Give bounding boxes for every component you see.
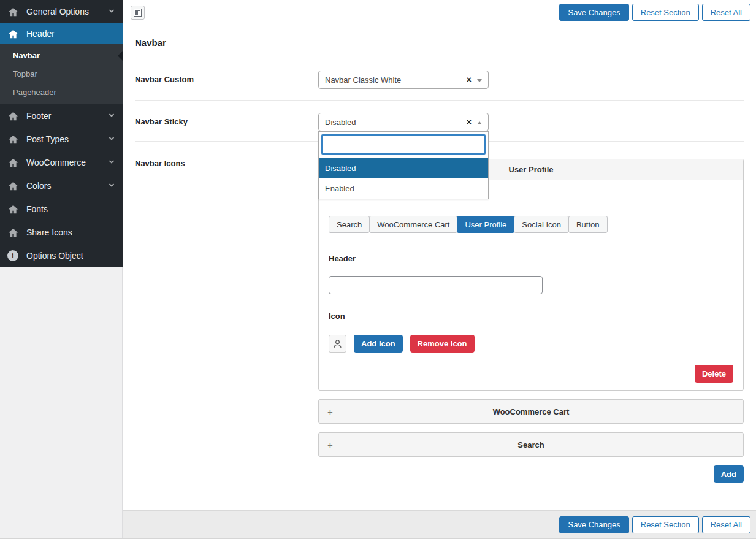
bottom-action-bar: Save Changes Reset Section Reset All xyxy=(123,510,756,538)
home-icon xyxy=(7,157,18,168)
panel-title: WooCommerce Cart xyxy=(493,407,570,416)
tab-search[interactable]: Search xyxy=(329,216,370,233)
chevron-down-icon xyxy=(108,158,115,167)
chevron-down-icon xyxy=(108,111,115,121)
field-row-navbar-custom: Navbar Custom Navbar Classic White × xyxy=(135,48,744,101)
expand-plus-icon[interactable]: + xyxy=(327,407,333,417)
user-icon xyxy=(333,339,342,349)
sidebar-menu: General Options Header Navbar Topbar xyxy=(0,0,123,267)
tab-woocommerce-cart[interactable]: WooCommerce Cart xyxy=(369,216,457,233)
submenu-item-label: Pageheader xyxy=(13,88,56,97)
sidebar-item-fonts[interactable]: Fonts xyxy=(0,197,123,221)
chevron-down-icon xyxy=(108,181,115,191)
sidebar-item-share-icons[interactable]: Share Icons xyxy=(0,221,123,244)
icon-field-label: Icon xyxy=(329,312,733,321)
add-button[interactable]: Add xyxy=(714,465,744,483)
home-icon xyxy=(7,134,18,145)
remove-icon-button[interactable]: Remove Icon xyxy=(410,335,475,353)
tab-social-icon[interactable]: Social Icon xyxy=(514,216,569,233)
option-disabled[interactable]: Disabled xyxy=(319,158,488,178)
chevron-down-icon xyxy=(477,79,482,82)
bottom-bar-actions: Save Changes Reset Section Reset All xyxy=(559,516,750,533)
sidebar-item-label: Footer xyxy=(26,111,51,121)
expand-plus-icon[interactable]: + xyxy=(327,440,333,450)
reset-section-button[interactable]: Reset Section xyxy=(632,516,699,533)
sidebar-item-pageheader[interactable]: Pageheader xyxy=(0,83,123,102)
icon-preview-box xyxy=(329,335,346,353)
panel-body: Search WooCommerce Cart User Profile Soc… xyxy=(319,180,743,390)
clear-selection-icon[interactable]: × xyxy=(467,75,472,84)
sidebar-item-label: Fonts xyxy=(26,204,48,214)
sidebar-item-header[interactable]: Header xyxy=(0,23,123,44)
header-field-label: Header xyxy=(329,254,733,264)
delete-button[interactable]: Delete xyxy=(695,365,733,383)
sidebar: General Options Header Navbar Topbar xyxy=(0,0,123,539)
reset-all-button[interactable]: Reset All xyxy=(702,516,750,533)
add-icon-button[interactable]: Add Icon xyxy=(354,335,403,353)
sidebar-item-topbar[interactable]: Topbar xyxy=(0,65,123,83)
header-submenu: Navbar Topbar Pageheader xyxy=(0,44,123,104)
icon-controls-row: Add Icon Remove Icon xyxy=(329,335,733,353)
navbar-sticky-select[interactable]: Disabled × xyxy=(318,113,489,131)
reset-all-button[interactable]: Reset All xyxy=(702,4,750,21)
header-text-input[interactable] xyxy=(329,276,543,294)
option-enabled[interactable]: Enabled xyxy=(319,178,488,199)
sidebar-item-label: Post Types xyxy=(26,134,69,144)
repeater-panel-woocommerce-cart[interactable]: + WooCommerce Cart xyxy=(318,399,744,424)
reset-section-button[interactable]: Reset Section xyxy=(632,4,699,21)
layout-panel-icon xyxy=(134,9,142,17)
top-bar-actions: Save Changes Reset Section Reset All xyxy=(559,4,750,21)
icon-type-tabs: Search WooCommerce Cart User Profile Soc… xyxy=(329,216,733,233)
info-icon: i xyxy=(7,250,18,261)
theme-options-app: General Options Header Navbar Topbar xyxy=(0,0,756,539)
dropdown-search-input[interactable] xyxy=(321,134,486,155)
sidebar-item-label: Header xyxy=(26,29,55,39)
panel-title: User Profile xyxy=(509,165,554,174)
clear-selection-icon[interactable]: × xyxy=(467,118,472,126)
navbar-sticky-dropdown: Disabled Enabled xyxy=(318,131,489,199)
expand-options-button[interactable] xyxy=(131,6,145,20)
home-icon xyxy=(7,6,18,17)
tab-button[interactable]: Button xyxy=(568,216,608,233)
field-label: Navbar Icons xyxy=(135,159,318,483)
navbar-icons-repeater: User Profile Search WooCommerce Cart Use… xyxy=(318,159,744,483)
save-changes-button[interactable]: Save Changes xyxy=(559,4,628,21)
main-content: Navbar Navbar Custom Navbar Classic Whit… xyxy=(123,25,756,510)
sidebar-item-footer[interactable]: Footer xyxy=(0,104,123,128)
home-icon xyxy=(7,227,18,238)
sidebar-item-options-object[interactable]: i Options Object xyxy=(0,244,123,267)
chevron-up-icon xyxy=(477,121,482,124)
dropdown-options: Disabled Enabled xyxy=(319,158,488,199)
sidebar-item-label: Options Object xyxy=(26,251,83,261)
sidebar-item-woocommerce[interactable]: WooCommerce xyxy=(0,151,123,174)
tab-user-profile[interactable]: User Profile xyxy=(457,216,514,233)
page-title: Navbar xyxy=(135,37,744,48)
add-row: Add xyxy=(318,465,744,483)
home-icon xyxy=(7,28,18,39)
home-icon xyxy=(7,204,18,215)
sidebar-item-post-types[interactable]: Post Types xyxy=(0,128,123,151)
sidebar-item-general-options[interactable]: General Options xyxy=(0,0,123,23)
repeater-panel-search[interactable]: + Search xyxy=(318,432,744,457)
submenu-item-label: Navbar xyxy=(13,51,40,60)
navbar-custom-select[interactable]: Navbar Classic White × xyxy=(318,71,489,89)
field-label: Navbar Sticky xyxy=(135,113,318,131)
delete-row: Delete xyxy=(329,365,733,383)
home-icon xyxy=(7,180,18,191)
sidebar-item-navbar[interactable]: Navbar xyxy=(0,47,123,65)
top-action-bar: Save Changes Reset Section Reset All xyxy=(123,0,756,25)
text-cursor xyxy=(327,140,327,150)
selected-value: Navbar Classic White xyxy=(325,75,401,85)
sidebar-item-label: Colors xyxy=(26,181,51,191)
sidebar-item-label: WooCommerce xyxy=(26,158,86,167)
selected-value: Disabled xyxy=(325,118,356,127)
chevron-down-icon xyxy=(108,7,115,17)
sidebar-item-label: Share Icons xyxy=(26,227,72,237)
chevron-down-icon xyxy=(108,134,115,144)
home-icon xyxy=(7,110,18,121)
field-label: Navbar Custom xyxy=(135,71,318,89)
save-changes-button[interactable]: Save Changes xyxy=(559,516,628,533)
submenu-item-label: Topbar xyxy=(13,69,37,78)
sidebar-item-colors[interactable]: Colors xyxy=(0,174,123,197)
sidebar-item-label: General Options xyxy=(26,7,89,17)
